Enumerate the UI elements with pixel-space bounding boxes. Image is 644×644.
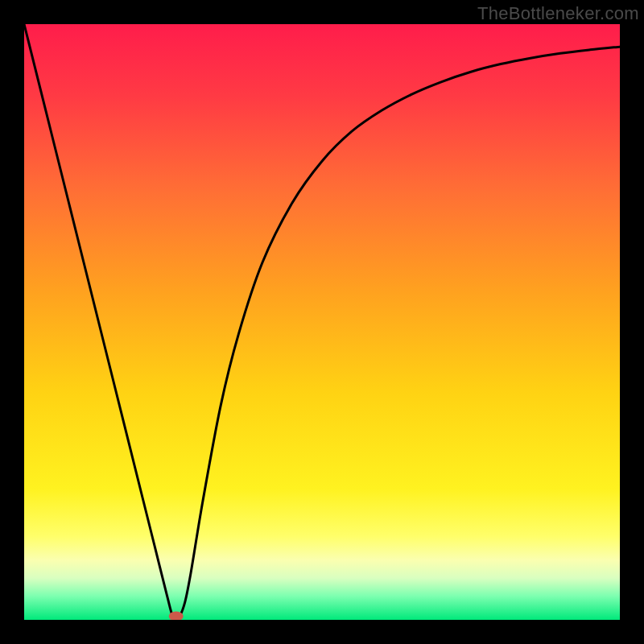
curve-layer [24, 24, 620, 620]
bottleneck-curve [24, 24, 620, 619]
plot-area [24, 24, 620, 620]
chart-frame: TheBottleneker.com [0, 0, 644, 644]
watermark-text: TheBottleneker.com [477, 3, 639, 24]
